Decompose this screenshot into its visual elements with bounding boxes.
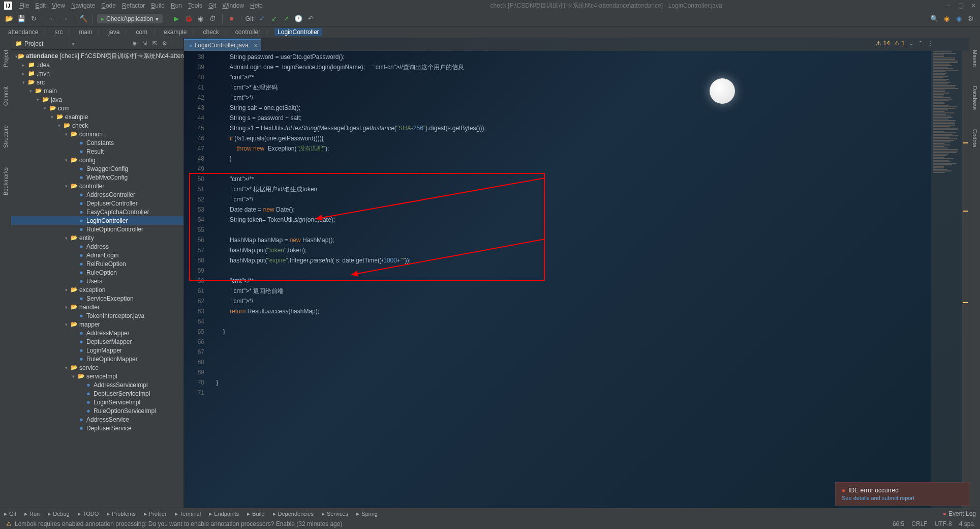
tree-class[interactable]: RuleOptionController — [11, 225, 183, 233]
code-line[interactable] — [209, 388, 931, 398]
search-everywhere-icon[interactable]: 🔍 — [929, 14, 939, 24]
tree-class[interactable]: LoginMapper — [11, 346, 183, 355]
breadcrumb-item[interactable]: LoginController — [274, 28, 322, 36]
tree-folder[interactable]: ▾common — [11, 130, 183, 138]
code-line[interactable]: AdminLogin one = loginService.login(logi… — [209, 62, 931, 72]
code-line[interactable]: "cmt">/** — [209, 72, 931, 82]
menu-code[interactable]: Code — [98, 2, 119, 9]
breadcrumb-item[interactable]: main — [77, 28, 94, 36]
bottom-tab-git[interactable]: ▸Git — [4, 510, 16, 517]
error-link[interactable]: See details and submit report — [842, 495, 963, 501]
code-content[interactable]: String password = userDto.getPassword();… — [209, 51, 931, 508]
bottom-tab-profiler[interactable]: ▸Profiler — [144, 510, 167, 517]
code-line[interactable]: } — [209, 377, 931, 388]
caret-position[interactable]: 66:5 — [893, 520, 904, 527]
breadcrumb-item[interactable]: attendance — [6, 28, 40, 36]
code-line[interactable]: hashMap.put("token",token); — [209, 245, 931, 255]
hide-icon[interactable]: ─ — [170, 39, 179, 48]
bottom-tab-build[interactable]: ▸Build — [247, 510, 264, 517]
indent-info[interactable]: 4 spa — [959, 520, 974, 527]
code-line[interactable]: return Result.success(hashMap); — [209, 306, 931, 316]
tree-class[interactable]: AdminLogin — [11, 251, 183, 259]
menu-navigate[interactable]: Navigate — [68, 2, 98, 9]
plugin-icon[interactable]: ◉ — [954, 14, 964, 24]
code-line[interactable]: String salt = one.getSalt(); — [209, 103, 931, 113]
forward-icon[interactable]: → — [59, 14, 70, 24]
code-line[interactable] — [209, 357, 931, 367]
code-line[interactable]: String s = password + salt; — [209, 113, 931, 123]
refresh-icon[interactable]: ↻ — [28, 14, 39, 24]
tree-class[interactable]: AddressService — [11, 415, 183, 424]
inspections-widget[interactable]: ⚠ 14 ⚠ 1 ⌄ ⌃ ⋮ — [876, 40, 933, 47]
tree-class[interactable]: Result — [11, 147, 183, 156]
line-separator[interactable]: CRLF — [911, 520, 927, 527]
tree-class[interactable]: Users — [11, 277, 183, 285]
menu-git[interactable]: Git — [205, 2, 219, 9]
breadcrumb-item[interactable]: controller — [233, 28, 262, 36]
collapse-icon[interactable]: ⇱ — [150, 39, 159, 48]
tree-folder[interactable]: ▾example — [11, 112, 183, 121]
tree-class[interactable]: RuleOptionServiceImpl — [11, 406, 183, 415]
tree-folder[interactable]: ▾src — [11, 78, 183, 86]
code-line[interactable]: "cmt">/** — [209, 174, 931, 184]
close-icon[interactable]: ✕ — [971, 2, 976, 9]
run-icon[interactable]: ▶ — [171, 14, 181, 24]
code-line[interactable] — [209, 225, 931, 235]
code-line[interactable]: throw new Exception("没有匹配"); — [209, 143, 931, 154]
tree-folder[interactable]: ▾controller — [11, 182, 183, 190]
tree-class[interactable]: WebMvcConfig — [11, 173, 183, 182]
tree-folder[interactable]: ▾exception — [11, 285, 183, 294]
breadcrumb-item[interactable]: java — [106, 28, 121, 36]
code-line[interactable]: } — [209, 154, 931, 164]
project-tree[interactable]: ▾ attendance [check] F:\CSDN项目训练\打卡系统N\c… — [11, 50, 183, 508]
menu-run[interactable]: Run — [168, 2, 185, 9]
tree-folder[interactable]: ▾service — [11, 363, 183, 372]
code-line[interactable] — [209, 164, 931, 174]
vcs-commit-icon[interactable]: ↙ — [269, 14, 279, 24]
tree-class[interactable]: Constants — [11, 138, 183, 147]
left-tab-commit[interactable]: Commit — [3, 84, 9, 108]
code-line[interactable]: if (!s1.equals(one.getPassword())){ — [209, 133, 931, 143]
avatar-icon[interactable]: ◉ — [941, 14, 952, 24]
code-line[interactable]: } — [209, 327, 931, 337]
tree-class[interactable]: DeptuserService — [11, 424, 183, 432]
tree-class[interactable]: TokenInterceptor.java — [11, 311, 183, 320]
select-opened-icon[interactable]: ⊕ — [130, 39, 139, 48]
code-line[interactable]: String password = userDto.getPassword(); — [209, 52, 931, 62]
code-line[interactable]: "cmt">* 返回给前端 — [209, 286, 931, 296]
settings-icon[interactable]: ⚙ — [966, 14, 976, 24]
tree-class[interactable]: RuleOption — [11, 268, 183, 277]
tree-folder[interactable]: ▸.mvn — [11, 69, 183, 78]
settings-gear-icon[interactable]: ⚙ — [160, 39, 169, 48]
tree-folder[interactable]: ▾com — [11, 104, 183, 112]
bottom-tab-spring[interactable]: ▸Spring — [356, 510, 378, 517]
project-title[interactable]: Project — [15, 40, 70, 47]
tree-class[interactable]: AddressController — [11, 190, 183, 199]
code-line[interactable] — [209, 266, 931, 276]
code-line[interactable] — [209, 367, 931, 377]
code-line[interactable]: "cmt">* 根据用户id/名生成token — [209, 184, 931, 194]
profile-icon[interactable]: ⏱ — [208, 14, 218, 24]
tree-class[interactable]: DeptuserServiceImpl — [11, 389, 183, 398]
right-tab-maven[interactable]: Maven — [972, 48, 978, 69]
left-tab-structure[interactable]: Structure — [3, 123, 9, 150]
file-encoding[interactable]: UTF-8 — [935, 520, 952, 527]
back-icon[interactable]: ← — [47, 14, 57, 24]
breadcrumb-item[interactable]: check — [201, 28, 221, 36]
menu-build[interactable]: Build — [148, 2, 168, 9]
tree-class[interactable]: LoginServiceImpl — [11, 398, 183, 406]
vcs-history-icon[interactable]: 🕐 — [293, 14, 303, 24]
menu-view[interactable]: View — [49, 2, 68, 9]
vcs-rollback-icon[interactable]: ↶ — [305, 14, 316, 24]
code-line[interactable]: HashMap hashMap = new HashMap(); — [209, 235, 931, 245]
code-area[interactable]: 3839404142434445464748495051525354555657… — [184, 51, 969, 508]
save-icon[interactable]: 💾 — [16, 14, 26, 24]
tree-folder[interactable]: ▾check — [11, 121, 183, 130]
tree-class[interactable]: EasyCaptchaController — [11, 208, 183, 216]
status-message[interactable]: Lombok requires enabled annotation proce… — [15, 520, 342, 527]
tree-class[interactable]: ServiceException — [11, 294, 183, 303]
bottom-tab-run[interactable]: ▸Run — [24, 510, 40, 517]
bottom-tab-todo[interactable]: ▸TODO — [78, 510, 99, 517]
menu-window[interactable]: Window — [219, 2, 247, 9]
tree-folder[interactable]: ▸.idea — [11, 61, 183, 69]
